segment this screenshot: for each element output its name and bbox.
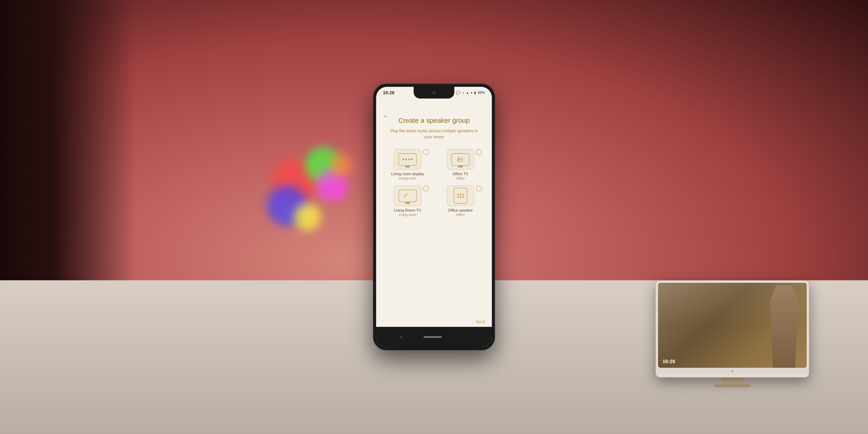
screen-content: ← Create a speaker group Play the same m…	[376, 98, 492, 347]
nav-back-chevron[interactable]: ‹	[400, 334, 402, 340]
phone-body: 16:26 💬 ♪ ▲ ▾ ▮ 69% ← Create a speaker g…	[373, 84, 495, 350]
device-name-3: Living Room TV	[394, 208, 421, 213]
speaker-icon-4	[454, 188, 467, 204]
speaker-dots-row-1	[457, 194, 464, 195]
signal-icon: ▲	[466, 91, 469, 94]
device-icon-box-3	[394, 186, 421, 206]
display-figure	[768, 285, 800, 368]
phone-notch	[414, 87, 454, 98]
battery-percent: 69%	[478, 91, 485, 95]
notch-camera	[432, 91, 436, 95]
bokeh-orange	[330, 154, 352, 176]
device-room-4: Office	[456, 213, 465, 217]
svg-point-0	[457, 160, 458, 161]
speaker-dot-1	[457, 194, 459, 195]
speaker-dots-row-2	[457, 196, 464, 198]
tv-icon-2: ⊟	[452, 153, 469, 166]
display-dots	[402, 158, 413, 160]
display-mic-dot	[732, 370, 733, 372]
device-radio-1[interactable]	[423, 149, 429, 155]
battery-icon: ▮	[474, 91, 476, 94]
dot-3	[408, 158, 410, 160]
svg-point-1	[404, 197, 405, 198]
smart-display-body: 16:26	[655, 280, 809, 377]
speaker-dot-2	[460, 194, 461, 195]
device-room-3: Living room	[399, 213, 416, 217]
speaker-dot-6	[462, 196, 464, 198]
nav-home-pill[interactable]	[424, 336, 442, 338]
cast-icon	[457, 157, 464, 162]
status-icons: 💬 ♪ ▲ ▾ ▮ 69%	[456, 91, 485, 95]
tv-icon-3	[399, 190, 416, 202]
dot-4	[411, 158, 413, 160]
device-name-4: Office speaker	[448, 208, 473, 213]
device-card-4[interactable]: Office speaker Office	[437, 186, 484, 217]
device-name-1: Living room display	[391, 172, 424, 176]
page-title: Create a speaker group	[386, 117, 482, 124]
smart-display-screen: 16:26	[658, 283, 807, 368]
device-radio-4[interactable]	[476, 186, 482, 191]
bokeh-yellow	[294, 204, 321, 230]
wifi-icon: ▾	[471, 91, 472, 94]
device-room-1: Living room	[399, 176, 416, 180]
speaker-dot-4	[457, 196, 459, 198]
device-radio-2[interactable]	[476, 149, 482, 155]
dot-2	[405, 158, 407, 160]
device-card-2[interactable]: ⊟ Office TV Office	[437, 149, 484, 180]
smart-display-time: 16:26	[662, 359, 675, 364]
back-button[interactable]: ←	[383, 113, 389, 120]
dot-1	[402, 158, 404, 160]
title-area: Create a speaker group Play the same mus…	[381, 117, 487, 140]
device-room-2: Office	[456, 176, 465, 180]
phone-wrapper: 16:26 💬 ♪ ▲ ▾ ▮ 69% ← Create a speaker g…	[373, 84, 495, 350]
device-icon-box-2: ⊟	[447, 149, 474, 169]
smart-display: 16:26	[655, 280, 809, 393]
cast-icon-2	[404, 193, 411, 198]
status-time: 16:26	[383, 90, 395, 95]
device-card-1[interactable]: Living room display Living room	[384, 149, 431, 180]
page-subtitle: Play the same music across multiple spea…	[386, 128, 482, 140]
smart-display-base	[714, 384, 750, 388]
display-bottom-bar	[656, 368, 809, 375]
music-icon: ♪	[462, 91, 464, 95]
device-name-2: Office TV	[453, 172, 468, 176]
device-radio-3[interactable]	[423, 186, 429, 191]
device-card-3[interactable]: Living Room TV Living room	[384, 186, 431, 217]
device-icon-box-4	[447, 186, 474, 206]
device-grid: Living room display Living room ⊟	[381, 149, 487, 217]
phone-screen: 16:26 💬 ♪ ▲ ▾ ▮ 69% ← Create a speaker g…	[376, 87, 492, 347]
device-icon-box-1	[394, 149, 421, 169]
message-icon: 💬	[456, 91, 460, 95]
bottom-nav: ‹	[376, 327, 492, 347]
smart-display-stand	[721, 377, 744, 384]
speaker-dot-5	[460, 196, 461, 198]
next-button[interactable]: Next	[476, 319, 485, 324]
display-icon-1	[399, 153, 416, 166]
speaker-dot-3	[462, 194, 464, 195]
